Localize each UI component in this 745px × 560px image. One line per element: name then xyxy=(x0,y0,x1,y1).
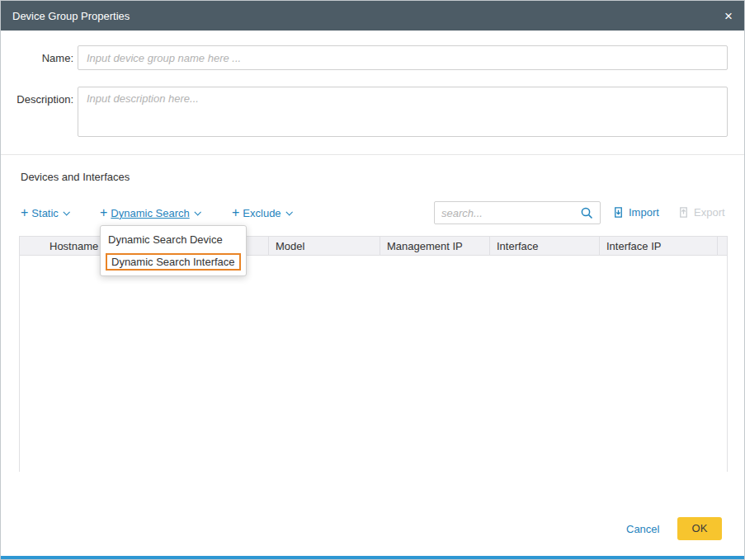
column-header-interface-ip[interactable]: Interface IP xyxy=(600,237,718,255)
plus-icon: + xyxy=(232,206,239,219)
static-button-label: Static xyxy=(31,207,59,219)
search-icon[interactable] xyxy=(580,206,593,219)
import-button[interactable]: Import xyxy=(612,206,659,219)
device-group-properties-dialog: Device Group Properties × Name: Descript… xyxy=(0,0,745,560)
ok-button[interactable]: OK xyxy=(677,517,722,540)
export-button[interactable]: Export xyxy=(677,206,725,219)
dialog-bottom-accent-bar xyxy=(1,556,744,559)
import-button-label: Import xyxy=(629,206,659,219)
search-box xyxy=(434,201,601,224)
chevron-down-icon xyxy=(194,209,200,215)
static-button[interactable]: + Static xyxy=(21,206,68,219)
dialog-titlebar: Device Group Properties × xyxy=(1,1,744,31)
cancel-button[interactable]: Cancel xyxy=(626,523,659,535)
name-label: Name: xyxy=(1,52,73,64)
dialog-title: Device Group Properties xyxy=(12,10,724,22)
plus-icon: + xyxy=(21,206,28,219)
form-divider xyxy=(1,154,744,155)
dynamic-search-button[interactable]: + Dynamic Search xyxy=(100,206,200,219)
search-input[interactable] xyxy=(441,207,580,219)
dropdown-item-label-highlighted: Dynamic Search Interface xyxy=(106,253,241,271)
exclude-button[interactable]: + Exclude xyxy=(232,206,291,219)
column-header-management-ip[interactable]: Management IP xyxy=(380,237,490,255)
devices-interfaces-section-title: Devices and Interfaces xyxy=(21,171,130,183)
column-header-interface[interactable]: Interface xyxy=(490,237,600,255)
column-header-model[interactable]: Model xyxy=(269,237,380,255)
export-icon xyxy=(677,206,690,219)
dropdown-item-dynamic-search-interface[interactable]: Dynamic Search Interface xyxy=(101,251,246,273)
plus-icon: + xyxy=(100,206,107,219)
import-icon xyxy=(612,206,625,219)
dynamic-search-dropdown: Dynamic Search Device Dynamic Search Int… xyxy=(100,225,247,276)
column-header-spacer xyxy=(718,237,727,255)
table-body-empty xyxy=(20,256,727,472)
description-input[interactable] xyxy=(78,87,728,137)
chevron-down-icon xyxy=(63,209,69,215)
dropdown-item-dynamic-search-device[interactable]: Dynamic Search Device xyxy=(101,228,246,251)
export-button-label: Export xyxy=(694,206,725,219)
dropdown-item-label: Dynamic Search Device xyxy=(106,233,223,246)
description-label: Description: xyxy=(1,93,73,106)
chevron-down-icon xyxy=(285,209,292,215)
name-input[interactable] xyxy=(78,45,728,70)
dynamic-search-button-label: Dynamic Search xyxy=(111,207,189,219)
close-icon[interactable]: × xyxy=(724,9,733,23)
exclude-button-label: Exclude xyxy=(243,207,281,219)
